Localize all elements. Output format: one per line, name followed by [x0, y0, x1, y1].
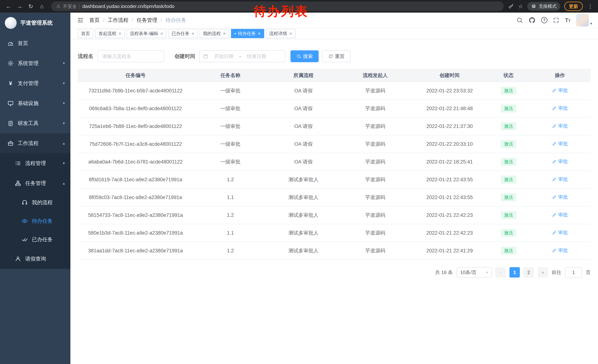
sidebar-item-task-mgmt[interactable]: 任务管理 ▴: [0, 173, 70, 193]
sidebar-item-done-tasks[interactable]: 已办任务: [0, 230, 70, 249]
app-logo[interactable]: 芋道管理系统: [0, 13, 70, 33]
browser-menu-icon[interactable]: ⋮: [587, 3, 594, 9]
col-status: 状态: [488, 69, 529, 82]
search-icon[interactable]: [516, 17, 523, 24]
address-divider: [79, 4, 80, 9]
browser-reload-button[interactable]: ↻: [26, 1, 36, 11]
top-navbar: 首页 / 工作流程 / 任务管理 / 待办任务 ?: [70, 13, 598, 28]
approve-link[interactable]: 审批: [552, 176, 568, 183]
table-row: 75d72608-7b7f-11ec-a3c8-acde48001122 一级审…: [78, 135, 590, 153]
action-cell: 审批: [529, 171, 590, 188]
help-icon[interactable]: ?: [541, 17, 548, 23]
col-task-id: 任务编号: [78, 69, 193, 82]
breadcrumb-workflow[interactable]: 工作流程: [108, 17, 129, 24]
task-name-cell: 1.2: [193, 171, 267, 188]
sidebar-item-payment[interactable]: ¥ 支付管理 ▾: [0, 73, 70, 93]
sidebar-collapse-icon[interactable]: [77, 17, 84, 24]
tab-done-tasks[interactable]: 已办任务 ×: [168, 29, 198, 38]
github-icon[interactable]: [529, 17, 536, 24]
chevron-up-icon: ▴: [63, 141, 65, 146]
end-date-input[interactable]: [242, 54, 271, 59]
task-name-cell: 1.2: [193, 242, 267, 259]
sidebar-item-todo-tasks[interactable]: 待办任务: [0, 212, 70, 230]
tab-my-process[interactable]: 我的流程 ×: [200, 29, 229, 38]
tab-todo-tasks[interactable]: ● 待办任务 ×: [231, 29, 264, 38]
date-range-picker[interactable]: -: [199, 50, 285, 62]
approve-label: 审批: [558, 87, 568, 94]
process-cell: 测试多审批人: [267, 188, 339, 206]
sidebar-item-dev-tools[interactable]: 研发工具 ▾: [0, 113, 70, 133]
fullscreen-icon[interactable]: [553, 17, 559, 23]
yen-icon: ¥: [8, 80, 14, 87]
close-icon[interactable]: ×: [223, 31, 226, 36]
page-size-select[interactable]: 10条/页 ▾: [457, 267, 492, 277]
close-icon[interactable]: ×: [289, 31, 292, 36]
sidebar-item-leave-query[interactable]: 请假查询: [0, 249, 70, 269]
approve-link[interactable]: 审批: [552, 105, 568, 112]
user-menu[interactable]: ▾: [576, 14, 592, 26]
bookmark-star-icon[interactable]: ☆: [518, 3, 523, 10]
sidebar-item-home[interactable]: 首页: [0, 33, 70, 53]
tab-process-detail[interactable]: 流程详情 ×: [266, 29, 295, 38]
approve-link[interactable]: 审批: [552, 140, 568, 147]
browser-update-button[interactable]: 更新: [564, 2, 583, 11]
approve-link[interactable]: 审批: [552, 87, 568, 94]
sidebar-item-label: 支付管理: [18, 80, 39, 87]
sidebar-item-infrastructure[interactable]: 基础设施 ▾: [0, 93, 70, 113]
close-icon[interactable]: ×: [258, 31, 261, 36]
search-button[interactable]: 搜索: [291, 50, 319, 62]
close-icon[interactable]: ×: [119, 31, 121, 36]
tab-home[interactable]: 首页: [78, 29, 93, 38]
tab-process-form-edit[interactable]: 流程表单-编辑 ×: [126, 29, 166, 38]
pagination: 共 16 条 10条/页 ▾ ‹ 1 2 › 前往 页: [78, 267, 590, 277]
approve-link[interactable]: 审批: [552, 123, 568, 129]
active-dot-icon: ●: [234, 32, 236, 35]
password-key-icon[interactable]: [508, 3, 514, 9]
font-size-icon[interactable]: TT: [565, 17, 571, 23]
tab-label: 流程表单-编辑: [130, 31, 158, 36]
approve-link[interactable]: 审批: [552, 229, 568, 236]
close-icon[interactable]: ×: [191, 31, 194, 36]
process-cell: 测试多审批人: [267, 224, 339, 242]
status-badge: 激活: [501, 87, 516, 95]
sidebar-item-workflow[interactable]: 工作流程 ▴: [0, 133, 70, 153]
table-row: a6aba0a4-7b6d-11ec-b781-acde48001122 一级审…: [78, 153, 590, 171]
prev-page-button[interactable]: ‹: [495, 267, 506, 277]
task-name-cell: 一级审批: [193, 135, 267, 153]
sidebar-item-system[interactable]: 系统管理 ▾: [0, 53, 70, 73]
process-cell: 测试多审批人: [267, 171, 339, 188]
approve-label: 审批: [558, 176, 568, 183]
tab-label: 待办任务: [238, 31, 256, 36]
browser-home-button[interactable]: ⌂: [37, 1, 47, 11]
breadcrumb-home[interactable]: 首页: [89, 17, 100, 24]
page-button-1[interactable]: 1: [509, 267, 520, 277]
action-cell: 审批: [529, 188, 590, 206]
browser-back-button[interactable]: ←: [4, 1, 13, 11]
org-tree-icon: [15, 180, 21, 186]
headset-icon: [22, 199, 28, 206]
sidebar-item-my-process[interactable]: 我的流程: [0, 193, 70, 212]
approve-link[interactable]: 审批: [552, 247, 568, 254]
page-button-2[interactable]: 2: [523, 267, 534, 277]
table-body: 73211d9d-7b9b-11ec-b5b7-acde48001122 一级审…: [78, 82, 590, 259]
list-icon: [15, 160, 21, 166]
process-name-input[interactable]: [98, 50, 164, 62]
next-page-button[interactable]: ›: [538, 267, 548, 277]
reset-button[interactable]: 重置: [322, 50, 350, 62]
start-date-input[interactable]: [210, 54, 238, 59]
approve-link[interactable]: 审批: [552, 158, 568, 165]
address-bar[interactable]: ⚠ 不安全 dashboard.yudao.iocoder.cn/bpm/tas…: [51, 1, 504, 11]
filter-bar: 流程名 创建时间 - 搜索 重置: [78, 50, 590, 62]
goto-page-input[interactable]: [565, 267, 582, 277]
task-name-cell: 一级审批: [193, 153, 267, 171]
status-badge: 激活: [501, 140, 516, 148]
close-icon[interactable]: ×: [160, 31, 163, 36]
sidebar-item-process-mgmt[interactable]: 流程管理 ▾: [0, 153, 70, 173]
action-cell: 审批: [529, 153, 590, 171]
approve-link[interactable]: 审批: [552, 212, 568, 218]
tab-start-process[interactable]: 发起流程 ×: [95, 29, 125, 38]
edit-pencil-icon: [552, 106, 557, 111]
browser-forward-button[interactable]: →: [15, 1, 25, 11]
approve-link[interactable]: 审批: [552, 194, 568, 200]
breadcrumb-task-mgmt[interactable]: 任务管理: [137, 17, 158, 24]
